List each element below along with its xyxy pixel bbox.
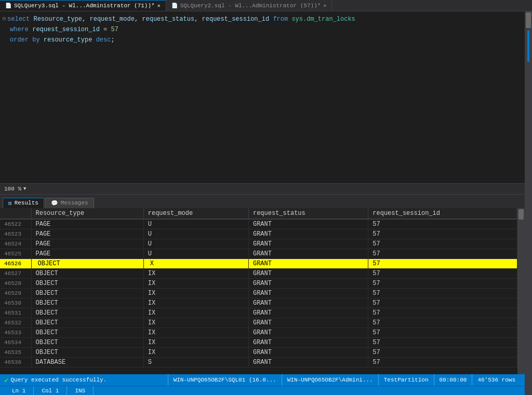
editor-scroll-indicator [527,31,529,62]
table-row[interactable]: 46535OBJECTIXGRANT57 [0,347,517,357]
table-row[interactable]: 46525PAGEUGRANT57 [0,249,517,258]
cell-request-status: GRANT [248,318,368,328]
collapse-icon[interactable]: ⊟ [3,15,6,24]
rows-info: 46'536 rows [472,374,521,386]
cell-resource-type: OBJECT [31,298,143,308]
cell-rownum: 46529 [0,288,31,298]
cell-request-status: GRANT [248,328,368,337]
tab-query2-close[interactable]: ✕ [323,3,326,9]
results-container: Resource_type request_mode request_statu… [0,208,525,375]
table-row[interactable]: 46536DATABASESGRANT57 [0,357,517,367]
table-row[interactable]: 46522PAGEUGRANT57 [0,219,517,229]
zoom-bar: 100 % ▼ [0,183,525,195]
table-row[interactable]: 46529OBJECTIXGRANT57 [0,288,517,298]
cell-request-mode: U [143,239,248,249]
results-tabs: ⊞ Results 💬 Messages [0,195,525,208]
table-row[interactable]: 46527OBJECTIXGRANT57 [0,268,517,278]
cell-request-mode: S [143,357,248,367]
table-name: sys.dm_tran_locks [291,15,355,24]
cell-session-id: 57 [368,337,517,347]
table-row[interactable]: 46534OBJECTIXGRANT57 [0,337,517,347]
from-keyword: from [273,15,288,24]
cell-request-mode: IX [143,347,248,357]
results-scrollbar[interactable] [517,208,525,375]
cell-rownum: 46526 [0,258,31,268]
col-header-resource-type: Resource_type [31,208,143,219]
query-editor[interactable]: ⊟ select Resource_type , request_mode , … [0,11,525,183]
where-keyword: where [10,25,29,34]
table-row[interactable]: 46532OBJECTIXGRANT57 [0,318,517,328]
query2-icon: 📄 [171,3,178,9]
messages-icon: 💬 [51,200,58,207]
cell-request-status: GRANT [248,249,368,258]
cell-session-id: 57 [368,229,517,239]
results-table-wrapper[interactable]: Resource_type request_mode request_statu… [0,208,517,375]
col-request-mode: request_mode [89,15,134,24]
select-keyword: select [7,15,30,24]
cell-resource-type: PAGE [31,219,143,229]
cell-session-id: 57 [368,258,517,268]
cell-resource-type: OBJECT [31,318,143,328]
tab-query2[interactable]: 📄 SQLQuery2.sql - Wl...Administrator (57… [166,0,332,11]
cell-request-status: GRANT [248,308,368,318]
table-row[interactable]: 46530OBJECTIXGRANT57 [0,298,517,308]
status-bar: ✔ Query executed successfully. WIN-UNPQO… [0,374,525,386]
messages-tab-label: Messages [61,200,88,206]
cell-rownum: 46530 [0,298,31,308]
cell-rownum: 46522 [0,219,31,229]
where-col: request_session_id [32,25,100,34]
cell-session-id: 57 [368,298,517,308]
tab-results[interactable]: ⊞ Results [3,198,44,208]
cell-request-mode: U [143,249,248,258]
cell-request-mode: IX [143,298,248,308]
desc-keyword: desc [96,35,111,45]
col-request-status: request_status [142,15,194,24]
col-header-session-id: request_session_id [368,208,517,219]
table-row[interactable]: 46531OBJECTIXGRANT57 [0,308,517,318]
cell-session-id: 57 [368,249,517,258]
cell-rownum: 46523 [0,229,31,239]
table-row[interactable]: 46528OBJECTIXGRANT57 [0,278,517,288]
tab-messages[interactable]: 💬 Messages [45,198,94,208]
ins-info: INS [67,386,94,396]
zoom-arrow[interactable]: ▼ [23,186,26,192]
cell-session-id: 57 [368,328,517,337]
cell-session-id: 57 [368,357,517,367]
cell-request-status: GRANT [248,298,368,308]
results-scroll-wrapper: Resource_type request_mode request_statu… [0,208,525,375]
cell-request-status: GRANT [248,268,368,278]
user-info: WIN-UNPQO65OB2F\Admini... [282,374,378,386]
col-header-request-status: request_status [248,208,368,219]
order-keyword: order by [10,35,40,45]
cell-session-id: 57 [368,347,517,357]
cell-resource-type: OBJECT [31,268,143,278]
cell-request-status: GRANT [248,347,368,357]
cell-resource-type: PAGE [31,249,143,258]
editor-scrollbar[interactable] [525,11,532,395]
cell-request-mode: IX [143,318,248,328]
cell-rownum: 46534 [0,337,31,347]
tab-bar: 📄 SQLQuery3.sql - Wl...Administrator (71… [0,0,532,11]
cell-request-mode: U [143,219,248,229]
cell-resource-type: OBJECT [31,278,143,288]
cell-request-mode: IX [143,328,248,337]
query-line-1: ⊟ select Resource_type , request_mode , … [0,14,525,24]
order-col: resource_type [44,35,92,45]
cell-request-mode: IX [143,278,248,288]
cell-request-status: GRANT [248,239,368,249]
cell-request-mode: IX [143,308,248,318]
tab-query3-close[interactable]: ✕ [157,3,161,9]
cell-request-status: GRANT [248,219,368,229]
cell-session-id: 57 [368,268,517,278]
table-row[interactable]: 46523PAGEUGRANT57 [0,229,517,239]
table-row[interactable]: 46524PAGEUGRANT57 [0,239,517,249]
cell-request-status: GRANT [248,357,368,367]
tab-query3[interactable]: 📄 SQLQuery3.sql - Wl...Administrator (71… [0,0,166,11]
col-session-id: request_session_id [202,15,270,24]
table-row[interactable]: 46533OBJECTIXGRANT57 [0,328,517,337]
table-row[interactable]: 46526OBJECTXGRANT57 [0,258,517,268]
cell-request-mode: X [143,258,248,268]
cell-resource-type: OBJECT [31,337,143,347]
cell-session-id: 57 [368,239,517,249]
check-icon: ✔ [4,376,8,385]
